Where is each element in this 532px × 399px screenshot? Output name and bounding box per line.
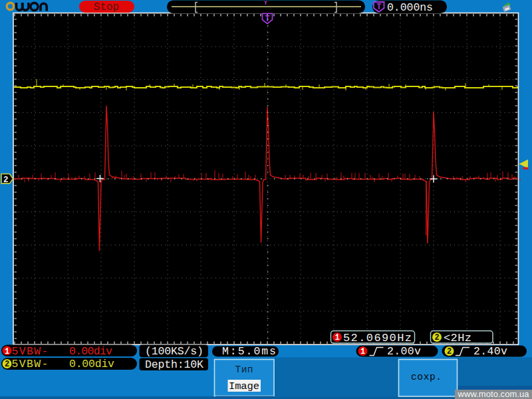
- svg-text:2: 2: [5, 360, 9, 369]
- svg-text:0.000ns: 0.000ns: [387, 1, 433, 14]
- svg-text:52.0690Hz: 52.0690Hz: [343, 332, 412, 344]
- svg-text:0.00div: 0.00div: [69, 358, 114, 370]
- svg-text:сохр.: сохр.: [411, 372, 442, 382]
- svg-text:1: 1: [334, 333, 339, 342]
- svg-text:0.00div: 0.00div: [69, 345, 112, 358]
- svg-text:1: 1: [360, 347, 365, 356]
- svg-text:2.40v: 2.40v: [473, 345, 507, 358]
- svg-text:www.moto.com.ua: www.moto.com.ua: [458, 389, 530, 399]
- svg-text:2.00v: 2.00v: [387, 345, 421, 358]
- svg-text:<2Hz: <2Hz: [444, 332, 471, 344]
- svg-text:M:5.0ms: M:5.0ms: [222, 345, 276, 358]
- svg-text:5VBW-: 5VBW-: [12, 345, 49, 358]
- svg-text:2: 2: [3, 176, 9, 185]
- svg-text:Тип: Тип: [235, 364, 253, 375]
- svg-text:T: T: [264, 0, 267, 6]
- svg-text:(100KS/s): (100KS/s): [145, 345, 203, 358]
- svg-text:1: 1: [5, 347, 9, 356]
- svg-text:Image: Image: [229, 380, 259, 392]
- svg-text:T: T: [376, 3, 381, 12]
- svg-text:2: 2: [434, 333, 439, 342]
- svg-text:5VBW-: 5VBW-: [12, 358, 49, 370]
- svg-text:2: 2: [447, 347, 452, 356]
- svg-text:Depth:10K: Depth:10K: [145, 358, 203, 371]
- svg-text:Stop: Stop: [94, 1, 119, 13]
